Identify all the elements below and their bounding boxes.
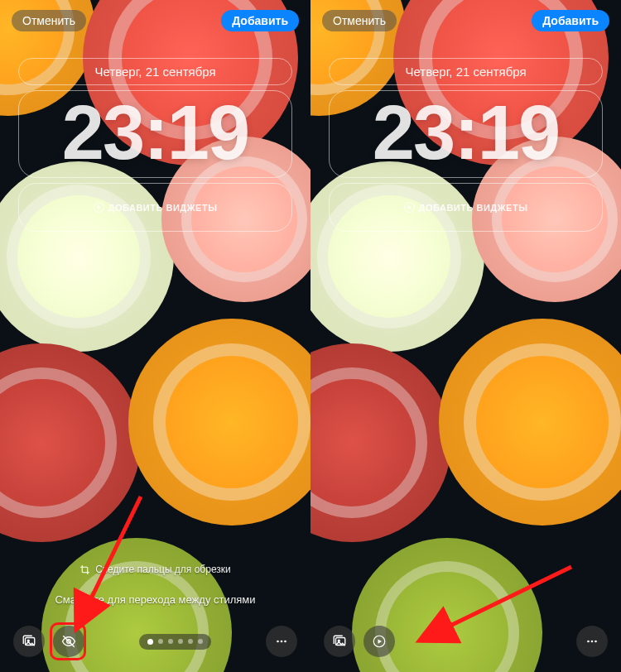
svg-point-11: [587, 641, 590, 643]
eye-slash-icon: [61, 634, 76, 649]
style-pager[interactable]: [139, 634, 211, 650]
plus-circle-icon: +: [94, 202, 104, 213]
ellipsis-icon: [585, 634, 599, 649]
add-widgets-label: ДОБАВИТЬ ВИДЖЕТЫ: [108, 203, 218, 213]
cancel-button[interactable]: Отменить: [12, 10, 86, 31]
clock-time: 23:19: [19, 94, 291, 170]
widget-area: Четверг, 21 сентября 23:19 + ДОБАВИТЬ ВИ…: [18, 58, 292, 232]
editor-top-bar: Отменить Добавить: [0, 0, 310, 41]
more-options-button[interactable]: [266, 626, 297, 657]
date-widget[interactable]: Четверг, 21 сентября: [329, 58, 603, 85]
time-widget[interactable]: 23:19: [18, 90, 292, 178]
ellipsis-icon: [274, 634, 289, 649]
crop-icon: [79, 564, 90, 575]
plus-circle-icon: +: [404, 202, 415, 213]
photo-stack-icon: [22, 634, 36, 649]
svg-point-6: [284, 641, 286, 643]
add-widgets-label: ДОБАВИТЬ ВИДЖЕТЫ: [419, 203, 528, 213]
depth-effect-toggle[interactable]: [53, 626, 84, 657]
play-circle-icon: [372, 634, 387, 649]
photo-picker-button[interactable]: [13, 626, 45, 657]
editor-bottom-bar: [0, 619, 310, 672]
add-button[interactable]: Добавить: [532, 10, 609, 31]
svg-point-5: [281, 641, 283, 643]
svg-point-12: [591, 641, 594, 643]
swipe-styles-hint: Смахните для перехода между стилями: [0, 593, 310, 606]
lock-screen-editor-left: Отменить Добавить Четверг, 21 сентября 2…: [0, 0, 310, 672]
add-button[interactable]: Добавить: [221, 10, 299, 31]
svg-point-4: [277, 641, 279, 643]
date-widget[interactable]: Четверг, 21 сентября: [18, 58, 292, 85]
pinch-to-crop-hint: Сведите пальцы для обрезки: [0, 564, 310, 575]
editor-hints: Сведите пальцы для обрезки Смахните для …: [0, 564, 310, 619]
clock-time: 23:19: [330, 94, 602, 170]
widget-area: Четверг, 21 сентября 23:19 + ДОБАВИТЬ ВИ…: [329, 58, 603, 232]
time-widget[interactable]: 23:19: [329, 90, 603, 178]
add-widgets-button[interactable]: + ДОБАВИТЬ ВИДЖЕТЫ: [329, 183, 603, 232]
photo-stack-icon: [332, 634, 347, 649]
photo-picker-button[interactable]: [324, 626, 355, 657]
editor-bottom-bar: [310, 619, 621, 672]
live-photo-toggle[interactable]: [363, 626, 395, 657]
cancel-button[interactable]: Отменить: [322, 10, 397, 31]
editor-top-bar: Отменить Добавить: [310, 0, 621, 41]
add-widgets-button[interactable]: + ДОБАВИТЬ ВИДЖЕТЫ: [18, 183, 292, 232]
svg-point-13: [595, 641, 597, 643]
more-options-button[interactable]: [576, 626, 608, 657]
lock-screen-editor-right: Отменить Добавить Четверг, 21 сентября 2…: [310, 0, 621, 672]
